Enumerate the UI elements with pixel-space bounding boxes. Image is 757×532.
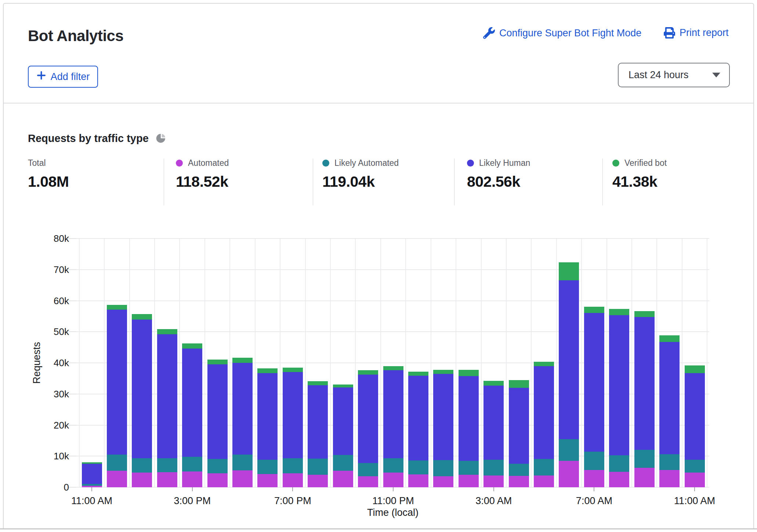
bar-segment-likely-automated[interactable] — [509, 464, 529, 476]
bar-segment-likely-human[interactable] — [283, 372, 303, 459]
bar-segment-likely-automated[interactable] — [257, 460, 278, 474]
bar-segment-automated[interactable] — [308, 475, 328, 487]
bar-segment-automated[interactable] — [659, 470, 680, 487]
bar-segment-likely-automated[interactable] — [283, 458, 303, 473]
bar-segment-verified-bot[interactable] — [82, 462, 102, 464]
bar-segment-automated[interactable] — [609, 472, 629, 487]
bar-segment-automated[interactable] — [182, 471, 202, 487]
bar-segment-likely-human[interactable] — [207, 364, 228, 459]
bar-segment-automated[interactable] — [534, 475, 554, 487]
bar-segment-likely-human[interactable] — [634, 317, 655, 450]
bar-segment-likely-automated[interactable] — [383, 458, 403, 473]
bar-segment-likely-automated[interactable] — [483, 460, 504, 475]
bar-segment-automated[interactable] — [107, 471, 127, 487]
bar-segment-verified-bot[interactable] — [283, 368, 303, 372]
bar-segment-verified-bot[interactable] — [308, 381, 328, 385]
bar-segment-likely-automated[interactable] — [232, 455, 253, 470]
bar-segment-automated[interactable] — [509, 476, 529, 487]
bar-segment-likely-human[interactable] — [609, 315, 629, 455]
bar-segment-automated[interactable] — [483, 475, 504, 487]
bar-segment-likely-human[interactable] — [333, 387, 353, 455]
bar-segment-likely-human[interactable] — [433, 374, 453, 460]
bar-segment-likely-human[interactable] — [82, 464, 102, 484]
bar-segment-verified-bot[interactable] — [408, 372, 428, 376]
bar-segment-likely-automated[interactable] — [132, 458, 152, 473]
bar-segment-verified-bot[interactable] — [509, 380, 529, 388]
bar-segment-verified-bot[interactable] — [257, 368, 278, 373]
bar-segment-likely-human[interactable] — [559, 280, 579, 439]
bar-segment-verified-bot[interactable] — [685, 365, 705, 373]
bar-segment-verified-bot[interactable] — [107, 305, 127, 310]
bar-segment-likely-human[interactable] — [107, 310, 127, 455]
bar-segment-likely-automated[interactable] — [308, 459, 328, 475]
bar-segment-likely-human[interactable] — [408, 376, 428, 460]
bar-segment-verified-bot[interactable] — [634, 311, 655, 317]
bar-segment-likely-human[interactable] — [483, 386, 504, 460]
bar-segment-automated[interactable] — [132, 473, 152, 487]
bar-segment-automated[interactable] — [232, 470, 253, 487]
bar-segment-likely-human[interactable] — [459, 376, 479, 461]
bar-segment-automated[interactable] — [634, 468, 655, 487]
bar-segment-automated[interactable] — [459, 475, 479, 487]
bar-segment-verified-bot[interactable] — [157, 329, 177, 334]
bar-segment-verified-bot[interactable] — [559, 262, 579, 280]
bar-segment-verified-bot[interactable] — [659, 335, 680, 342]
bar-segment-automated[interactable] — [433, 476, 453, 488]
add-filter-button[interactable]: Add filter — [28, 66, 98, 88]
bar-segment-verified-bot[interactable] — [459, 370, 479, 376]
bar-segment-likely-automated[interactable] — [534, 459, 554, 475]
bar-segment-automated[interactable] — [333, 471, 353, 487]
bar-segment-likely-automated[interactable] — [685, 460, 705, 473]
bar-segment-likely-automated[interactable] — [459, 461, 479, 475]
bar-segment-likely-human[interactable] — [308, 385, 328, 459]
bar-segment-verified-bot[interactable] — [584, 307, 604, 313]
bar-segment-automated[interactable] — [157, 472, 177, 487]
bar-segment-likely-automated[interactable] — [408, 460, 428, 474]
bar-segment-likely-automated[interactable] — [358, 463, 378, 476]
bar-segment-automated[interactable] — [358, 476, 378, 487]
bar-segment-likely-automated[interactable] — [634, 450, 655, 468]
bar-segment-verified-bot[interactable] — [132, 314, 152, 320]
bar-segment-likely-automated[interactable] — [82, 484, 102, 486]
bar-segment-likely-human[interactable] — [132, 320, 152, 458]
bar-segment-likely-automated[interactable] — [659, 454, 680, 470]
bar-segment-automated[interactable] — [257, 474, 278, 487]
bar-segment-likely-human[interactable] — [685, 373, 705, 460]
bar-segment-automated[interactable] — [207, 473, 228, 487]
bar-segment-likely-automated[interactable] — [182, 457, 202, 471]
bar-segment-verified-bot[interactable] — [358, 370, 378, 375]
bar-segment-verified-bot[interactable] — [207, 360, 228, 365]
bar-segment-likely-human[interactable] — [232, 363, 253, 455]
bar-segment-verified-bot[interactable] — [182, 343, 202, 349]
bar-segment-likely-automated[interactable] — [207, 459, 228, 473]
bar-segment-verified-bot[interactable] — [609, 309, 629, 315]
bar-segment-likely-automated[interactable] — [333, 455, 353, 471]
bar-segment-likely-automated[interactable] — [609, 455, 629, 472]
bar-segment-likely-automated[interactable] — [433, 460, 453, 476]
bar-segment-likely-automated[interactable] — [559, 439, 579, 461]
bar-segment-likely-automated[interactable] — [584, 452, 604, 470]
bar-segment-automated[interactable] — [685, 473, 705, 487]
bar-segment-likely-human[interactable] — [509, 388, 529, 464]
bar-segment-automated[interactable] — [408, 474, 428, 487]
bar-segment-verified-bot[interactable] — [232, 358, 253, 363]
bar-segment-likely-human[interactable] — [584, 313, 604, 452]
bar-segment-likely-human[interactable] — [383, 370, 403, 459]
bar-segment-automated[interactable] — [383, 473, 403, 487]
bar-segment-verified-bot[interactable] — [433, 370, 453, 374]
bar-segment-likely-human[interactable] — [182, 349, 202, 457]
bar-segment-likely-human[interactable] — [358, 375, 378, 463]
bar-segment-likely-human[interactable] — [257, 373, 278, 460]
bar-segment-verified-bot[interactable] — [333, 385, 353, 387]
bar-segment-verified-bot[interactable] — [383, 366, 403, 370]
bar-segment-likely-human[interactable] — [534, 366, 554, 459]
bar-segment-automated[interactable] — [584, 470, 604, 487]
bar-segment-likely-automated[interactable] — [107, 455, 127, 471]
bar-segment-likely-human[interactable] — [659, 342, 680, 454]
bar-segment-automated[interactable] — [283, 473, 303, 487]
configure-super-bot-fight-mode-link[interactable]: Configure Super Bot Fight Mode — [483, 27, 641, 39]
print-report-link[interactable]: Print report — [664, 27, 729, 39]
bar-segment-verified-bot[interactable] — [534, 362, 554, 366]
bar-segment-verified-bot[interactable] — [483, 381, 504, 386]
bar-segment-likely-automated[interactable] — [157, 458, 177, 472]
